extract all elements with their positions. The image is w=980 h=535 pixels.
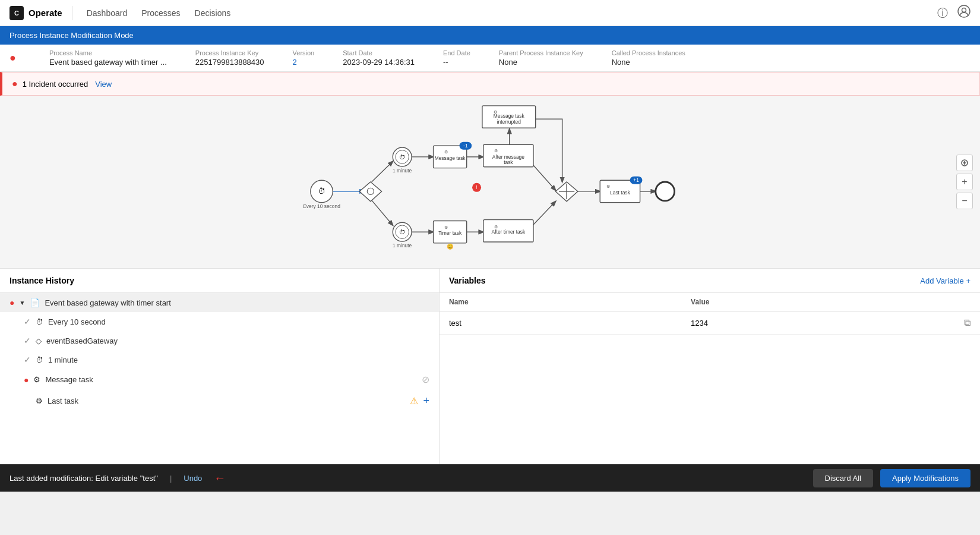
called-instances-field: Called Process Instances None [612, 49, 685, 67]
cancel-message-task-icon[interactable]: ⊘ [422, 374, 429, 385]
process-error-indicator: ● [10, 52, 16, 64]
status-bar: Last added modification: Edit variable "… [0, 464, 980, 492]
incident-error-icon: ● [12, 78, 18, 89]
parent-key-label: Parent Process Instance Key [499, 49, 583, 56]
svg-text:⚙: ⚙ [494, 148, 498, 153]
bottom-panel: Instance History ● ▼ 📄 Event based gatew… [0, 268, 980, 464]
status-modification-text: Last added modification: Edit variable "… [10, 474, 158, 483]
app-logo: C Operate [10, 6, 72, 20]
svg-text:Timer task: Timer task [438, 230, 462, 236]
incident-alert: ● 1 Incident occurred View [0, 72, 980, 96]
history-item-msgtask[interactable]: ● ⚙ Message task ⊘ [0, 369, 439, 390]
svg-text:Message task: Message task [435, 155, 466, 161]
modification-banner-text: Process Instance Modification Mode [10, 31, 134, 40]
called-instances-value: None [612, 58, 685, 67]
nav-processes[interactable]: Processes [141, 8, 180, 18]
svg-text:Last task: Last task [610, 190, 630, 196]
svg-text:⏱: ⏱ [399, 229, 405, 235]
history-ok-icon-last: ✓ [24, 396, 31, 406]
start-date-field: Start Date 2023-09-29 14:36:31 [343, 49, 415, 67]
svg-text:😊: 😊 [447, 243, 454, 250]
add-last-task-icon[interactable]: + [423, 395, 429, 407]
history-item-every10[interactable]: ✓ ⏱ Every 10 second [0, 312, 439, 331]
history-diamond-icon: ◇ [36, 336, 42, 345]
add-variable-button[interactable]: Add Variable + [920, 276, 970, 285]
end-event-node[interactable] [656, 182, 675, 201]
svg-text:1 minute: 1 minute [393, 168, 412, 174]
user-icon[interactable] [957, 5, 970, 21]
svg-line-3 [372, 161, 393, 182]
svg-text:+1: +1 [633, 177, 639, 183]
discard-all-button[interactable]: Discard All [813, 469, 873, 487]
incident-message: 1 Incident occurred [23, 80, 88, 89]
process-key-field: Process Instance Key 2251799813888430 [195, 49, 264, 67]
help-icon[interactable]: ⓘ [937, 6, 948, 20]
svg-text:Every 10 second: Every 10 second [303, 203, 340, 209]
history-item-label-4: Last task [48, 396, 78, 405]
nav-decisions[interactable]: Decisions [195, 8, 231, 18]
version-field: Version 2 [293, 49, 315, 67]
svg-text:1 minute: 1 minute [393, 243, 412, 248]
instance-history-header: Instance History [0, 269, 439, 293]
svg-text:⏱: ⏱ [399, 154, 405, 160]
process-name-label: Process Name [49, 49, 167, 56]
zoom-in-button[interactable]: + [956, 174, 973, 190]
history-item-label-1: eventBasedGateway [46, 336, 118, 345]
history-item-label-0: Every 10 second [48, 317, 106, 326]
parent-key-field: Parent Process Instance Key None [499, 49, 583, 67]
svg-text:task: task [504, 159, 513, 165]
event-gateway-node[interactable] [359, 182, 381, 202]
history-error-icon-msg: ● [24, 375, 29, 385]
variables-header: Variables Add Variable + [440, 269, 980, 293]
history-ok-icon-0: ✓ [24, 317, 31, 326]
variable-value: 1234 [691, 319, 959, 328]
history-gear-icon-last: ⚙ [36, 396, 43, 405]
history-item-gateway[interactable]: ✓ ◇ eventBasedGateway [0, 331, 439, 350]
svg-text:⚙: ⚙ [606, 184, 610, 189]
history-root-item[interactable]: ● ▼ 📄 Event based gateway with timer sta… [0, 293, 439, 312]
undo-arrow-icon: ← [214, 471, 226, 485]
var-value-container: 1234 ⧉ [691, 317, 970, 328]
instance-history-title: Instance History [10, 276, 74, 285]
status-bar-actions: Discard All Apply Modifications [813, 469, 970, 487]
history-gear-icon-msg: ⚙ [33, 375, 40, 384]
svg-text:interrupted: interrupted [497, 119, 521, 125]
svg-text:After timer task: After timer task [492, 229, 526, 235]
app-name: Operate [29, 8, 62, 18]
history-clock-icon-2: ⏱ [36, 355, 43, 364]
svg-text:⚙: ⚙ [444, 149, 448, 155]
svg-text:-1: -1 [463, 143, 468, 149]
history-error-icon: ● [10, 298, 14, 307]
nav-dashboard[interactable]: Dashboard [87, 8, 128, 18]
undo-button[interactable]: Undo [184, 474, 202, 483]
history-item-label-2: 1 minute [48, 355, 78, 364]
history-clock-icon-0: ⏱ [36, 317, 43, 326]
history-right-last: ⚠ + [410, 395, 429, 407]
version-label: Version [293, 49, 315, 56]
table-row: test 1234 ⧉ [440, 311, 980, 335]
variables-col-value: Value [681, 293, 980, 311]
history-item-lasttask[interactable]: ✓ ⚙ Last task ⚠ + [0, 390, 439, 412]
process-key-value: 2251799813888430 [195, 58, 264, 67]
apply-modifications-button[interactable]: Apply Modifications [880, 469, 970, 487]
end-date-field: End Date -- [443, 49, 470, 67]
process-diagram: ⏱ Every 10 second ⏱ 1 minute ⚙ Message t… [0, 96, 980, 268]
version-value[interactable]: 2 [293, 58, 315, 67]
history-right-msg: ⊘ [422, 374, 429, 385]
copy-variable-icon[interactable]: ⧉ [964, 317, 970, 328]
zoom-controls: + − [956, 155, 973, 209]
history-expand-icon[interactable]: ▼ [19, 300, 25, 306]
nav-right-actions: ⓘ [937, 5, 970, 21]
modification-banner: Process Instance Modification Mode [0, 26, 980, 45]
variable-name-cell: test [440, 311, 681, 335]
variables-panel: Variables Add Variable + Name Value test… [440, 269, 980, 464]
history-doc-icon: 📄 [30, 298, 40, 307]
history-item-1min[interactable]: ✓ ⏱ 1 minute [0, 350, 439, 369]
incident-view-link[interactable]: View [95, 80, 112, 89]
status-separator: | [170, 474, 172, 483]
end-date-label: End Date [443, 49, 470, 56]
zoom-reset-button[interactable] [956, 155, 973, 171]
bpmn-diagram-svg: ⏱ Every 10 second ⏱ 1 minute ⚙ Message t… [0, 96, 980, 268]
instance-history-panel: Instance History ● ▼ 📄 Event based gatew… [0, 269, 440, 464]
zoom-out-button[interactable]: − [956, 193, 973, 209]
